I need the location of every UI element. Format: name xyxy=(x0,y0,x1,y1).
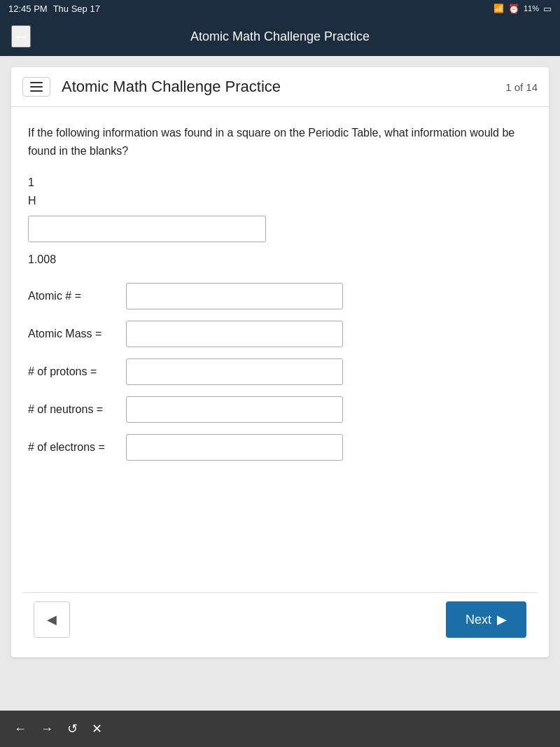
nav-bar-title: Atomic Math Challenge Practice xyxy=(190,29,370,44)
browser-reload-button[interactable]: ↺ xyxy=(67,721,78,736)
battery-indicator: 11% xyxy=(524,4,539,13)
menu-line-2 xyxy=(30,86,43,88)
back-button[interactable]: ← xyxy=(11,25,31,48)
atomic-number-input[interactable] xyxy=(126,283,343,309)
protons-label: # of protons = xyxy=(28,365,126,378)
content-wrapper: Atomic Math Challenge Practice 1 of 14 I… xyxy=(0,56,560,669)
neutrons-label: # of neutrons = xyxy=(28,403,126,416)
next-arrow: ▶ xyxy=(497,612,507,627)
element-info: 1 H 1.008 xyxy=(28,176,532,266)
element-mass: 1.008 xyxy=(28,253,532,266)
element-symbol: H xyxy=(28,195,532,207)
status-date: Thu Sep 17 xyxy=(53,4,100,14)
menu-button[interactable] xyxy=(22,77,50,97)
atomic-number-row: Atomic # = xyxy=(28,283,532,309)
question-text: If the following information was found i… xyxy=(28,124,532,160)
nav-footer: ◀ Next ▶ xyxy=(22,592,538,646)
browser-bar: ← → ↺ ✕ xyxy=(0,711,560,747)
browser-forward-button[interactable]: → xyxy=(41,722,53,736)
nav-bar: ← Atomic Math Challenge Practice xyxy=(0,17,560,56)
electrons-input[interactable] xyxy=(126,434,343,461)
electrons-label: # of electrons = xyxy=(28,441,126,454)
neutrons-row: # of neutrons = xyxy=(28,396,532,423)
neutrons-input[interactable] xyxy=(126,396,343,423)
atomic-number-label: Atomic # = xyxy=(28,290,126,302)
atomic-mass-input[interactable] xyxy=(126,321,343,347)
main-card: Atomic Math Challenge Practice 1 of 14 I… xyxy=(11,67,549,657)
alarm-icon: ⏰ xyxy=(508,4,519,14)
electrons-row: # of electrons = xyxy=(28,434,532,461)
next-button[interactable]: Next ▶ xyxy=(446,601,526,638)
battery-icon: ▭ xyxy=(543,4,552,14)
element-name-input[interactable] xyxy=(28,216,266,242)
progress-indicator: 1 of 14 xyxy=(505,81,538,93)
next-label: Next xyxy=(465,613,491,627)
menu-line-3 xyxy=(30,90,43,92)
status-time: 12:45 PM xyxy=(8,4,48,14)
browser-back-button[interactable]: ← xyxy=(14,722,27,736)
status-bar: 12:45 PM Thu Sep 17 📶 ⏰ 11% ▭ xyxy=(0,0,560,17)
atomic-mass-label: Atomic Mass = xyxy=(28,328,126,340)
menu-line-1 xyxy=(30,82,43,83)
atomic-mass-row: Atomic Mass = xyxy=(28,321,532,347)
card-body: If the following information was found i… xyxy=(11,107,549,592)
prev-button[interactable]: ◀ xyxy=(34,601,70,638)
bottom-spacer xyxy=(0,669,560,711)
protons-row: # of protons = xyxy=(28,358,532,385)
card-title: Atomic Math Challenge Practice xyxy=(62,78,505,96)
protons-input[interactable] xyxy=(126,358,343,385)
element-number: 1 xyxy=(28,176,532,189)
card-header: Atomic Math Challenge Practice 1 of 14 xyxy=(11,67,549,107)
browser-close-button[interactable]: ✕ xyxy=(92,721,102,736)
wifi-icon: 📶 xyxy=(493,4,504,13)
